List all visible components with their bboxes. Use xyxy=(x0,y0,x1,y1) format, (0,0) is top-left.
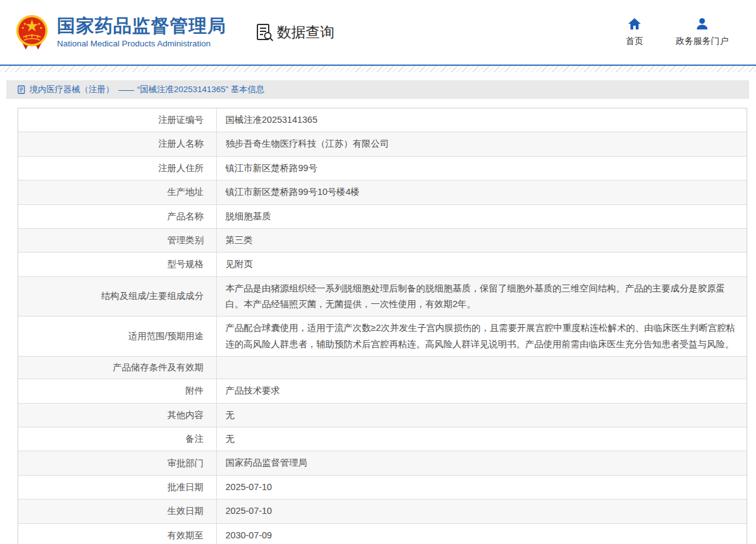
table-row: 生产地址镇江市新区楚桥路99号10号楼4楼 xyxy=(18,180,747,204)
row-label: 产品储存条件及有效期 xyxy=(18,357,217,379)
row-label: 型号规格 xyxy=(18,253,217,276)
nav-home-label: 首页 xyxy=(626,36,643,47)
nav-portal-label: 政务服务门户 xyxy=(676,36,728,47)
info-table: 注册证编号国械注准20253141365注册人名称独步吾奇生物医疗科技（江苏）有… xyxy=(18,108,747,544)
row-value: 无 xyxy=(217,404,747,427)
org-name-en: National Medical Products Administration xyxy=(57,39,226,48)
table-row: 注册人名称独步吾奇生物医疗科技（江苏）有限公司 xyxy=(18,132,747,156)
row-value: 2030-07-09 xyxy=(217,524,747,544)
row-value: 无 xyxy=(217,427,747,451)
table-row: 有效期至2030-07-09 xyxy=(18,524,747,544)
row-value: 2025-07-10 xyxy=(217,476,747,499)
breadcrumb-category-link[interactable]: 境内医疗器械（注册） xyxy=(29,84,114,95)
info-table-body: 注册证编号国械注准20253141365注册人名称独步吾奇生物医疗科技（江苏）有… xyxy=(18,108,747,544)
table-row: 管理类别第三类 xyxy=(18,229,747,253)
row-value: 产品技术要求 xyxy=(217,379,747,402)
table-row: 附件产品技术要求 xyxy=(18,379,747,403)
national-emblem-logo xyxy=(16,14,48,51)
table-row: 生效日期2025-07-10 xyxy=(18,500,747,523)
table-row: 注册人住所镇江市新区楚桥路99号 xyxy=(18,157,747,180)
row-value: 国械注准20253141365 xyxy=(217,108,747,132)
row-label: 批准日期 xyxy=(18,476,217,499)
page-header: 国家药品监督管理局 National Medical Products Admi… xyxy=(0,0,756,65)
nav-item-home[interactable]: 首页 xyxy=(626,18,643,47)
row-label-text: 生产地址 xyxy=(167,185,204,199)
table-row: 其他内容无 xyxy=(18,404,747,427)
breadcrumb-separator: —— xyxy=(118,85,133,95)
nav-item-portal[interactable]: 政务服务门户 xyxy=(676,18,728,47)
hatch-band xyxy=(0,66,756,72)
row-label-text: 管理类别 xyxy=(167,233,204,248)
row-label-text: 适用范围/预期用途 xyxy=(128,329,204,343)
row-label-text: 其他内容 xyxy=(167,408,204,422)
row-label: 生产地址 xyxy=(18,180,217,204)
row-value: 第三类 xyxy=(217,229,747,252)
table-row: 适用范围/预期用途产品配合球囊使用，适用于流产次数≥2次并发生子宫内膜损伤的，且… xyxy=(18,316,747,357)
row-label: 审批部门 xyxy=(18,451,217,474)
row-label-text: 产品储存条件及有效期 xyxy=(113,360,204,375)
row-label: 生效日期 xyxy=(18,500,217,523)
row-label: 适用范围/预期用途 xyxy=(18,316,217,356)
row-value: 镇江市新区楚桥路99号 xyxy=(217,157,747,180)
row-label: 结构及组成/主要组成成分 xyxy=(18,277,217,316)
row-label: 其他内容 xyxy=(18,404,217,427)
row-value: 2025-07-10 xyxy=(217,500,747,523)
document-icon xyxy=(18,85,25,94)
row-value: 本产品是由猪源组织经一系列脱细胞处理后制备的脱细胞基质，保留了细胞外基质的三维空… xyxy=(217,277,747,316)
row-label: 备注 xyxy=(18,427,217,451)
section-title: 数据查询 xyxy=(256,23,334,42)
org-name-zh: 国家药品监督管理局 xyxy=(57,16,226,36)
table-row: 产品名称脱细胞基质 xyxy=(18,205,747,229)
row-label: 注册证编号 xyxy=(18,108,217,132)
breadcrumb: 境内医疗器械（注册） —— “国械注准20253141365” 基本信息 xyxy=(6,80,749,99)
row-label-text: 备注 xyxy=(185,432,204,446)
section-title-label: 数据查询 xyxy=(277,23,334,42)
row-label-text: 结构及组成/主要组成成分 xyxy=(101,289,204,303)
table-row: 备注无 xyxy=(18,427,747,451)
row-label-text: 生效日期 xyxy=(167,504,204,518)
row-label: 附件 xyxy=(18,379,217,402)
home-icon xyxy=(628,18,641,33)
row-label-text: 注册人住所 xyxy=(158,161,204,175)
row-label-text: 注册人名称 xyxy=(158,137,204,151)
org-names: 国家药品监督管理局 National Medical Products Admi… xyxy=(57,16,226,48)
row-label: 注册人名称 xyxy=(18,132,217,155)
row-value: 独步吾奇生物医疗科技（江苏）有限公司 xyxy=(217,132,747,155)
row-label: 注册人住所 xyxy=(18,157,217,180)
row-value: 产品配合球囊使用，适用于流产次数≥2次并发生子宫内膜损伤的，且需要开展宫腔中重度… xyxy=(217,316,747,356)
table-row: 注册证编号国械注准20253141365 xyxy=(18,108,747,132)
row-value: 镇江市新区楚桥路99号10号楼4楼 xyxy=(217,180,747,204)
row-value: 脱细胞基质 xyxy=(217,205,747,228)
table-row: 审批部门国家药品监督管理局 xyxy=(18,451,747,475)
row-label-text: 注册证编号 xyxy=(158,113,204,127)
table-row: 型号规格见附页 xyxy=(18,253,747,276)
row-value: 见附页 xyxy=(217,253,747,276)
header-nav: 首页 政务服务门户 xyxy=(626,18,728,47)
data-query-icon xyxy=(256,23,274,42)
row-label-text: 批准日期 xyxy=(167,480,204,494)
row-value: 国家药品监督管理局 xyxy=(217,451,747,474)
row-label: 产品名称 xyxy=(18,205,217,228)
row-label-text: 附件 xyxy=(185,384,204,398)
table-row: 产品储存条件及有效期 xyxy=(18,357,747,379)
table-row: 批准日期2025-07-10 xyxy=(18,476,747,500)
row-label-text: 审批部门 xyxy=(167,456,204,471)
row-label: 有效期至 xyxy=(18,524,217,544)
brand: 国家药品监督管理局 National Medical Products Admi… xyxy=(16,14,226,51)
user-icon xyxy=(695,18,709,33)
breadcrumb-current: “国械注准20253141365” 基本信息 xyxy=(137,84,264,95)
row-label-text: 型号规格 xyxy=(167,257,204,271)
table-row: 结构及组成/主要组成成分本产品是由猪源组织经一系列脱细胞处理后制备的脱细胞基质，… xyxy=(18,277,747,317)
row-value xyxy=(217,357,747,379)
row-label: 管理类别 xyxy=(18,229,217,252)
row-label-text: 产品名称 xyxy=(167,209,204,224)
row-label-text: 有效期至 xyxy=(167,528,204,543)
